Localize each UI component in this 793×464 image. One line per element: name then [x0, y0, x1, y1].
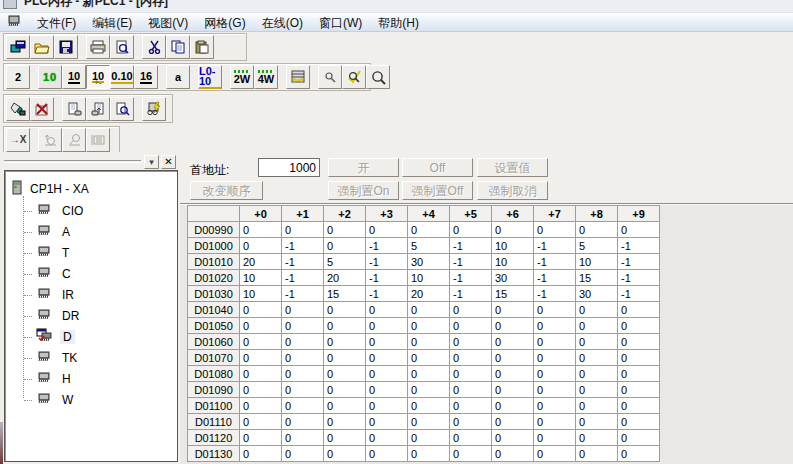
memory-cell[interactable]: -1 — [366, 254, 408, 270]
memory-cell[interactable]: 0 — [618, 350, 660, 366]
memory-cell[interactable]: 0 — [492, 430, 534, 446]
menu-online[interactable]: 在线(O) — [254, 15, 311, 32]
memory-cell[interactable]: 0 — [366, 446, 408, 462]
memory-cell[interactable]: 0 — [366, 366, 408, 382]
memory-cell[interactable]: 0 — [366, 430, 408, 446]
memory-cell[interactable]: 0 — [450, 414, 492, 430]
memory-cell[interactable]: 0 — [282, 334, 324, 350]
column-width-button[interactable] — [286, 65, 310, 89]
menu-file[interactable]: 文件(F) — [29, 15, 84, 32]
memory-cell[interactable]: 0 — [492, 366, 534, 382]
memory-cell[interactable]: 0 — [492, 446, 534, 462]
memory-cell[interactable]: 0 — [240, 222, 282, 238]
memory-cell[interactable]: 0 — [450, 302, 492, 318]
row-header[interactable]: D01130 — [188, 446, 240, 462]
memory-cell[interactable]: 0 — [492, 350, 534, 366]
memory-cell[interactable]: 0 — [366, 302, 408, 318]
zoom-small-button[interactable] — [318, 65, 342, 89]
memory-cell[interactable]: 0 — [534, 398, 576, 414]
memory-cell[interactable]: 0 — [618, 398, 660, 414]
memory-cell[interactable]: 0 — [576, 366, 618, 382]
memory-cell[interactable]: 0 — [618, 222, 660, 238]
memory-cell[interactable]: -1 — [282, 238, 324, 254]
memory-cell[interactable]: -1 — [282, 270, 324, 286]
memory-cell[interactable]: -1 — [618, 238, 660, 254]
memory-cell[interactable]: 0 — [408, 414, 450, 430]
memory-cell[interactable]: 0 — [534, 222, 576, 238]
row-header[interactable]: D01030 — [188, 286, 240, 302]
memory-cell[interactable]: 0 — [282, 302, 324, 318]
memory-cell[interactable]: 0 — [366, 414, 408, 430]
row-header[interactable]: D01080 — [188, 366, 240, 382]
memory-cell[interactable]: 0 — [492, 302, 534, 318]
memory-cell[interactable]: 0 — [492, 334, 534, 350]
save-button[interactable] — [54, 35, 78, 59]
off-button[interactable]: Off — [402, 158, 473, 177]
memory-cell[interactable]: 0 — [618, 414, 660, 430]
memory-cell[interactable]: 10 — [408, 270, 450, 286]
memory-cell[interactable]: 0 — [450, 350, 492, 366]
column-header[interactable]: +7 — [534, 206, 576, 222]
memory-cell[interactable]: 0 — [450, 334, 492, 350]
memory-cell[interactable]: -1 — [534, 286, 576, 302]
memory-cell[interactable]: 0 — [240, 398, 282, 414]
monitor-zoom-button[interactable] — [62, 128, 86, 152]
online-monitor-button[interactable] — [142, 97, 166, 121]
compare-with-plc-button[interactable] — [110, 97, 134, 121]
memory-cell[interactable]: -1 — [618, 254, 660, 270]
memory-cell[interactable]: 0 — [576, 334, 618, 350]
memory-cell[interactable]: 0 — [492, 222, 534, 238]
memory-cell[interactable]: 5 — [408, 238, 450, 254]
memory-cell[interactable]: 10 — [576, 254, 618, 270]
memory-cell[interactable]: 0 — [324, 238, 366, 254]
memory-cell[interactable]: -1 — [282, 286, 324, 302]
memory-cell[interactable]: -1 — [618, 270, 660, 286]
memory-cell[interactable]: 0 — [282, 350, 324, 366]
memory-cell[interactable]: 0 — [366, 334, 408, 350]
memory-cell[interactable]: 0 — [240, 238, 282, 254]
tree-item-c[interactable]: C — [19, 263, 177, 284]
menu-help[interactable]: 帮助(H) — [370, 15, 427, 32]
memory-cell[interactable]: -1 — [618, 286, 660, 302]
memory-cell[interactable]: 0 — [324, 302, 366, 318]
memory-cell[interactable]: 0 — [450, 430, 492, 446]
menu-view[interactable]: 视图(V) — [140, 15, 196, 32]
memory-cell[interactable]: -1 — [366, 270, 408, 286]
menu-window[interactable]: 窗口(W) — [311, 15, 370, 32]
zoom-check-button[interactable] — [342, 65, 366, 89]
memory-cell[interactable]: 0 — [534, 350, 576, 366]
menu-grid[interactable]: 网格(G) — [196, 15, 253, 32]
memory-cell[interactable]: 0 — [282, 366, 324, 382]
memory-cell[interactable]: 0 — [282, 382, 324, 398]
force-cancel-button[interactable]: 强制取消 — [477, 181, 548, 200]
memory-cell[interactable]: 0 — [282, 398, 324, 414]
memory-cell[interactable]: 0 — [450, 382, 492, 398]
row-header[interactable]: D01060 — [188, 334, 240, 350]
memory-cell[interactable]: 0 — [240, 350, 282, 366]
column-header[interactable]: +0 — [240, 206, 282, 222]
memory-cell[interactable]: 0 — [618, 318, 660, 334]
memory-cell[interactable]: 0 — [534, 430, 576, 446]
tree-item-d[interactable]: D — [19, 326, 177, 347]
menu-edit[interactable]: 编辑(E) — [84, 15, 140, 32]
clear-memory-button[interactable] — [30, 97, 54, 121]
memory-cell[interactable]: 0 — [576, 430, 618, 446]
memory-cell[interactable]: -1 — [450, 254, 492, 270]
memory-cell[interactable]: 0 — [576, 414, 618, 430]
memory-cell[interactable]: -1 — [534, 238, 576, 254]
close-icon[interactable]: ✕ — [161, 155, 176, 169]
memory-cell[interactable]: 5 — [576, 238, 618, 254]
memory-cell[interactable]: 0 — [366, 318, 408, 334]
memory-cell[interactable]: 0 — [534, 334, 576, 350]
force-cancel-all-button[interactable]: →X — [6, 128, 30, 152]
memory-cell[interactable]: 0 — [576, 398, 618, 414]
tree-item-dr[interactable]: DR — [19, 305, 177, 326]
memory-cell[interactable]: 0 — [492, 382, 534, 398]
column-header[interactable]: +4 — [408, 206, 450, 222]
tree-item-t[interactable]: T — [19, 242, 177, 263]
row-header[interactable]: D01120 — [188, 430, 240, 446]
tree-item-cio[interactable]: CIO — [19, 200, 177, 221]
memory-cell[interactable]: 0 — [618, 382, 660, 398]
memory-cell[interactable]: -1 — [366, 286, 408, 302]
memory-cell[interactable]: -1 — [450, 286, 492, 302]
